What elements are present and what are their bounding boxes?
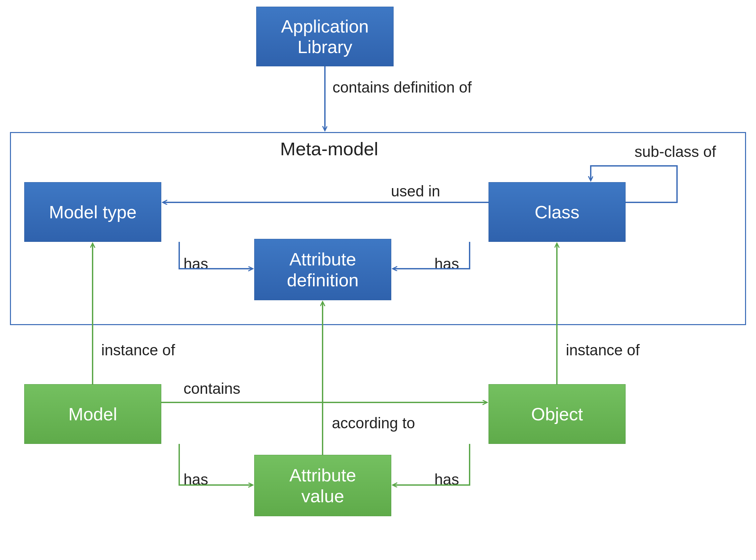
edge-label-has-mt: has bbox=[183, 256, 208, 272]
edge-label-contains: contains bbox=[183, 380, 240, 397]
edge-label-has-class: has bbox=[434, 256, 459, 272]
node-class: Class bbox=[489, 182, 625, 242]
node-attribute-value: Attribute value bbox=[254, 455, 391, 516]
node-text: definition bbox=[287, 270, 358, 290]
node-text: Application bbox=[281, 16, 369, 36]
node-text: value bbox=[301, 486, 344, 506]
edge-label-sub-class-of: sub-class of bbox=[635, 143, 716, 160]
node-text: Class bbox=[535, 202, 579, 222]
node-attribute-definition: Attribute definition bbox=[254, 239, 391, 300]
meta-model-title: Meta-model bbox=[280, 139, 378, 159]
node-text: Attribute bbox=[290, 249, 356, 269]
node-model: Model bbox=[24, 384, 161, 444]
edge-label-has-model: has bbox=[183, 471, 208, 488]
edge-label-contains-definition: contains definition of bbox=[333, 79, 472, 96]
edge-label-according-to: according to bbox=[332, 415, 415, 432]
edge-label-has-object: has bbox=[434, 471, 459, 488]
edge-label-used-in: used in bbox=[391, 183, 440, 200]
edge-label-instance-of-object: instance of bbox=[566, 342, 639, 359]
node-model-type: Model type bbox=[24, 182, 161, 242]
node-text: Attribute bbox=[290, 465, 356, 485]
node-text: Object bbox=[531, 404, 583, 424]
node-text: Library bbox=[297, 37, 352, 57]
node-application-library: Application Library bbox=[256, 7, 394, 66]
node-text: Model type bbox=[49, 202, 136, 222]
edge-label-instance-of-model: instance of bbox=[101, 342, 175, 359]
node-text: Model bbox=[68, 404, 117, 424]
node-object: Object bbox=[489, 384, 625, 444]
diagram-canvas: Application Library Meta-model Model typ… bbox=[0, 0, 756, 560]
